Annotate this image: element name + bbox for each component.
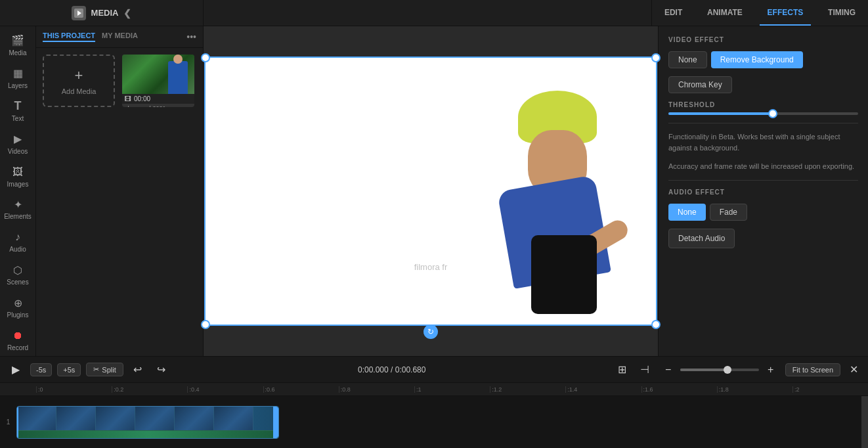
fade-audio-effect-button[interactable]: Fade: [710, 204, 747, 221]
sidebar-item-audio[interactable]: ♪ Audio: [1, 226, 34, 258]
scene-icon-1[interactable]: ⊞: [613, 361, 632, 379]
threshold-slider-track[interactable]: [668, 112, 858, 115]
skip-fwd-button[interactable]: +5s: [57, 363, 81, 376]
zoom-slider-fill: [680, 369, 727, 371]
ruler-mark: :1.2: [490, 386, 565, 393]
clip-end-marker[interactable]: [273, 407, 278, 438]
skip-back-button[interactable]: -5s: [30, 363, 52, 376]
add-media-button[interactable]: + Add Media: [43, 55, 115, 107]
remove-background-button[interactable]: Remove Background: [711, 51, 803, 68]
tab-my-media[interactable]: MY MEDIA: [102, 32, 138, 42]
media-thumbnail-vlc[interactable]: 🎞 00:00 vlc-record-2021...: [122, 55, 194, 107]
none-video-effect-button[interactable]: None: [668, 51, 707, 68]
zoom-in-button[interactable]: +: [762, 361, 780, 379]
video-effect-title: VIDEO EFFECT: [668, 36, 858, 43]
media-icon: 🎬: [11, 34, 24, 47]
timeline-scroll-handle[interactable]: [861, 396, 868, 448]
sidebar-item-plugins[interactable]: ⊕ Plugins: [1, 292, 34, 323]
playhead[interactable]: [17, 407, 18, 438]
fit-to-screen-button[interactable]: Fit to Screen: [785, 363, 840, 376]
media-panel-tabs-header: THIS PROJECT MY MEDIA •••: [36, 26, 203, 48]
undo-button[interactable]: ↩: [129, 361, 147, 379]
time-display: 0:00.000 / 0:00.680: [176, 365, 608, 374]
play-button[interactable]: ▶: [7, 361, 25, 379]
media-more-button[interactable]: •••: [186, 32, 196, 42]
scene-controls: ⊞ ⊣: [613, 361, 654, 379]
redo-button[interactable]: ↪: [152, 361, 171, 379]
scenes-icon: ⬡: [11, 263, 24, 277]
sidebar-item-record[interactable]: ⏺ Record: [1, 325, 34, 356]
left-sidebar: 🎬 Media ▦ Layers T Text ▶ Videos 🖼 Image…: [0, 26, 36, 356]
zoom-slider-thumb[interactable]: [724, 366, 731, 374]
ruler-mark: :1: [414, 386, 490, 393]
chroma-key-group: Chroma Key: [668, 76, 858, 93]
ruler-mark: :0.4: [187, 386, 263, 393]
zoom-out-button[interactable]: −: [659, 361, 678, 379]
time-total: 0:00.680: [395, 365, 426, 374]
threshold-slider-wrap: [668, 112, 858, 115]
video-subject: [439, 84, 636, 327]
right-panel: VIDEO EFFECT None Remove Background Chro…: [658, 26, 868, 356]
ruler-mark: :0.6: [263, 386, 339, 393]
threshold-slider-fill: [668, 112, 773, 115]
sidebar-item-text[interactable]: T Text: [1, 95, 34, 127]
sidebar-item-layers[interactable]: ▦ Layers: [1, 62, 34, 94]
sidebar-item-elements[interactable]: ✦ Elements: [1, 194, 34, 225]
collapse-icon[interactable]: ❮: [123, 8, 131, 18]
handle-top-left[interactable]: [201, 53, 210, 62]
video-effect-buttons: None Remove Background: [668, 51, 858, 68]
media-grid: + Add Media 🎞 00:00 vlc-record-2021...: [36, 48, 203, 114]
sidebar-item-media[interactable]: 🎬 Media: [1, 30, 34, 61]
close-timeline-button[interactable]: ✕: [846, 362, 861, 378]
rotation-handle[interactable]: ↻: [423, 325, 438, 339]
ruler-mark: :0: [36, 386, 112, 393]
detach-audio-button[interactable]: Detach Audio: [668, 229, 735, 248]
zoom-slider-track[interactable]: [680, 369, 759, 371]
top-bar: MEDIA ❮ EDIT ANIMATE EFFECTS TIMING: [0, 0, 868, 26]
track-label-1: 1: [0, 418, 16, 426]
text-icon: T: [11, 100, 24, 113]
thumb-filename: vlc-record-2021...: [122, 104, 194, 107]
split-label: Split: [102, 366, 116, 374]
sidebar-label-media: Media: [9, 49, 26, 56]
sidebar-label-videos: Videos: [8, 148, 28, 155]
thumb-duration: 00:00: [134, 95, 150, 102]
sidebar-label-plugins: Plugins: [7, 311, 29, 319]
timeline-ruler: :0:0.2:0.4:0.6:0.8:1:1.2:1.4:1.6:1.8:2: [0, 383, 868, 396]
canvas-area: filmora fr ↻: [204, 26, 658, 356]
sidebar-item-images[interactable]: 🖼 Images: [1, 161, 34, 192]
images-icon: 🖼: [11, 166, 24, 179]
tab-edit[interactable]: EDIT: [657, 0, 690, 26]
handle-top-right[interactable]: [651, 53, 661, 62]
media-tabs: THIS PROJECT MY MEDIA: [43, 32, 138, 42]
time-current: 0:00.000: [358, 365, 389, 374]
handle-bottom-left[interactable]: [201, 320, 210, 329]
sidebar-item-scenes[interactable]: ⬡ Scenes: [1, 259, 34, 290]
bottom-toolbar: ▶ -5s +5s ✂ Split ↩ ↪ 0:00.000 / 0:00.68…: [0, 356, 868, 382]
add-media-label: Add Media: [62, 87, 97, 95]
divider-2: [668, 180, 858, 181]
video-clip-1[interactable]: [16, 406, 279, 439]
tab-effects[interactable]: EFFECTS: [760, 0, 812, 26]
tab-animate[interactable]: ANIMATE: [699, 0, 750, 26]
scissors-icon: ✂: [93, 365, 99, 374]
sidebar-label-layers: Layers: [8, 82, 28, 89]
handle-bottom-right[interactable]: [651, 320, 661, 329]
media-panel: THIS PROJECT MY MEDIA ••• + Add Media 🎞 …: [36, 26, 204, 356]
chroma-key-button[interactable]: Chroma Key: [668, 76, 732, 93]
media-panel-title: MEDIA: [91, 8, 119, 18]
video-canvas[interactable]: filmora fr ↻: [204, 56, 657, 326]
audio-effect-buttons: None Fade: [668, 204, 858, 221]
audio-icon: ♪: [11, 231, 24, 244]
scene-icon-2[interactable]: ⊣: [636, 361, 654, 379]
tab-timing[interactable]: TIMING: [820, 0, 863, 26]
tab-this-project[interactable]: THIS PROJECT: [43, 32, 95, 42]
none-audio-effect-button[interactable]: None: [668, 204, 706, 221]
sidebar-item-videos[interactable]: ▶ Videos: [1, 128, 34, 160]
split-button[interactable]: ✂ Split: [86, 363, 123, 376]
thumb-person-figure: [168, 61, 188, 94]
ruler-mark: :1.4: [565, 386, 641, 393]
film-icon: 🎞: [125, 95, 131, 102]
threshold-title: THRESHOLD: [668, 101, 858, 108]
threshold-slider-thumb[interactable]: [768, 109, 777, 118]
